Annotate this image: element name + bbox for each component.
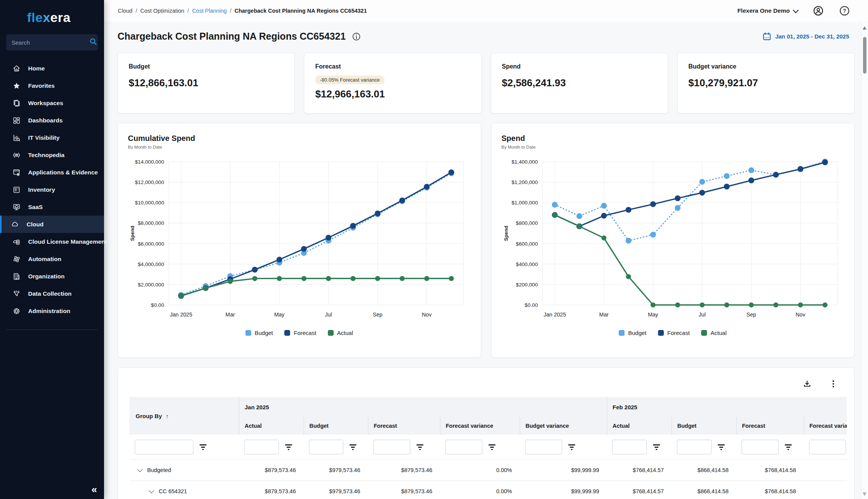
page-scrollbar[interactable] (861, 22, 868, 499)
kpi-label: Forecast (315, 63, 470, 70)
sidebar-item-inventory[interactable]: Inventory (0, 181, 104, 198)
kpi-card-spend: Spend$2,586,241.93 (491, 53, 668, 114)
sidebar-item-workspaces[interactable]: Workspaces (0, 94, 104, 112)
column-header-forecast-variance-8[interactable]: Forecast variance (804, 417, 847, 435)
filter-icon[interactable] (199, 444, 207, 450)
breadcrumb-separator: / (230, 8, 232, 14)
svg-text:?: ? (843, 8, 846, 14)
table-row-budgeted[interactable]: Budgeted$879,573.46$979,573.46$879,573.4… (129, 460, 847, 481)
filter-icon[interactable] (284, 444, 293, 450)
sort-ascending-icon[interactable]: ↑ (166, 413, 169, 419)
filter-input-7[interactable] (677, 440, 712, 454)
date-range-picker[interactable]: Jan 01, 2025 - Dec 31, 2025 (762, 32, 849, 41)
filter-input-1[interactable] (244, 440, 279, 454)
search-icon[interactable] (89, 37, 97, 47)
page-title: Chargeback Cost Planning NA Regions CC65… (118, 31, 346, 42)
svg-text:Jul: Jul (325, 311, 332, 318)
column-header-forecast-7[interactable]: Forecast (736, 417, 804, 435)
filter-cell-7 (672, 440, 736, 454)
column-header-forecast-2[interactable]: Forecast (368, 417, 440, 435)
filter-icon[interactable] (488, 444, 496, 450)
scrollbar-thumb[interactable] (863, 37, 866, 74)
sidebar-item-cloud-license-management[interactable]: Cloud License Management (0, 233, 104, 250)
search-input[interactable] (11, 39, 89, 46)
info-icon[interactable] (352, 32, 361, 41)
table-header-group-by[interactable]: Group By↑ (129, 397, 239, 435)
cumulative-spend-chart-card: Cumulative Spend By Month to Date $0.00$… (118, 123, 481, 358)
column-header-budget-variance-4[interactable]: Budget variance (520, 417, 607, 435)
svg-text:Nov: Nov (796, 311, 805, 318)
sidebar-item-cloud[interactable]: Cloud (0, 216, 104, 233)
sidebar-item-automation[interactable]: Automation (0, 250, 104, 268)
legend-swatch (619, 330, 625, 336)
svg-text:May: May (274, 311, 285, 318)
filter-input-3[interactable] (373, 440, 410, 454)
column-header-budget-6[interactable]: Budget (672, 417, 736, 435)
filter-icon[interactable] (784, 444, 792, 450)
filter-input-8[interactable] (742, 440, 779, 454)
sidebar-item-favorites[interactable]: Favorites (0, 77, 104, 94)
tenant-selector[interactable]: Flexera One Demo (737, 7, 798, 14)
cell-forecast-2: $879,573.46 (368, 467, 440, 473)
table-row-cc-654321[interactable]: CC 654321$879,573.46$979,573.46$879,573.… (129, 481, 847, 499)
svg-text:$200,000: $200,000 (516, 282, 538, 288)
filter-icon[interactable] (567, 444, 576, 450)
breadcrumb-item-cost-optimization[interactable]: Cost Optimization (140, 8, 184, 14)
kpi-label: Budget variance (688, 63, 843, 70)
scroll-down-arrow[interactable] (863, 492, 866, 496)
sidebar-item-data-collection[interactable]: Data Collection (0, 285, 104, 302)
filter-input-0[interactable] (135, 440, 193, 454)
workspaces-icon (12, 99, 21, 108)
content: Chargeback Cost Planning NA Regions CC65… (104, 31, 868, 499)
filter-icon[interactable] (652, 444, 661, 450)
cloud-icon (10, 220, 20, 229)
kpi-card-budget: Budget$12,866,163.01 (118, 53, 295, 114)
calendar-icon (762, 32, 771, 41)
svg-text:Sep: Sep (746, 311, 756, 318)
expand-chevron-icon[interactable] (137, 467, 143, 472)
forecast-variance-badge: -80.05% Forecast variance (315, 75, 384, 84)
account-icon[interactable] (813, 5, 824, 17)
cell-actual-0: $879,573.46 (239, 488, 304, 494)
sidebar-item-applications-evidence[interactable]: Applications & Evidence (0, 164, 104, 181)
download-icon[interactable] (803, 379, 812, 388)
sidebar-item-technopedia[interactable]: Technopedia (0, 146, 104, 164)
sidebar-item-saas[interactable]: SaaS (0, 198, 104, 216)
sidebar-item-home[interactable]: Home (0, 60, 104, 77)
sidebar-search[interactable] (6, 34, 98, 50)
filter-input-6[interactable] (612, 440, 647, 454)
legend-label: Actual (710, 330, 727, 336)
filter-icon[interactable] (717, 444, 725, 450)
sidebar-item-administration[interactable]: Administration (0, 302, 104, 320)
sidebar-item-label: Cloud (27, 221, 44, 228)
filter-input-4[interactable] (445, 440, 482, 454)
filter-icon[interactable] (349, 444, 357, 450)
sidebar-collapse-button[interactable]: « (92, 484, 97, 494)
filter-cell-8 (736, 440, 804, 454)
filter-input-9[interactable] (809, 440, 846, 454)
cell-budget-6: $868,414.58 (672, 488, 736, 494)
cell-forecast-7: $768,414.58 (736, 488, 804, 494)
sidebar-item-dashboards[interactable]: Dashboards (0, 112, 104, 129)
sidebar-item-label: Organization (28, 273, 65, 280)
scroll-up-arrow[interactable] (863, 26, 866, 30)
filter-icon[interactable] (416, 444, 424, 450)
more-options-icon[interactable] (829, 379, 838, 388)
help-icon[interactable]: ? (839, 5, 850, 17)
sidebar-item-organization[interactable]: Organization (0, 268, 104, 285)
filter-input-5[interactable] (525, 440, 562, 454)
chart-title: Cumulative Spend (128, 134, 471, 143)
tenant-label: Flexera One Demo (737, 7, 790, 14)
column-header-actual-0[interactable]: Actual (239, 417, 304, 435)
column-header-budget-1[interactable]: Budget (304, 417, 368, 435)
sidebar-item-label: Technopedia (28, 152, 64, 159)
breadcrumb-item-cost-planning[interactable]: Cost Planning (192, 8, 227, 14)
sidebar-item-label: Automation (28, 256, 61, 263)
cell-budget-variance-4: $99,999.99 (520, 488, 607, 494)
sidebar-item-it-visibility[interactable]: IT Visibility (0, 129, 104, 146)
breadcrumb-item-cloud[interactable]: Cloud (118, 8, 133, 14)
column-header-forecast-variance-3[interactable]: Forecast variance (440, 417, 520, 435)
column-header-actual-5[interactable]: Actual (607, 417, 672, 435)
filter-input-2[interactable] (309, 440, 343, 454)
expand-chevron-icon[interactable] (149, 488, 154, 493)
